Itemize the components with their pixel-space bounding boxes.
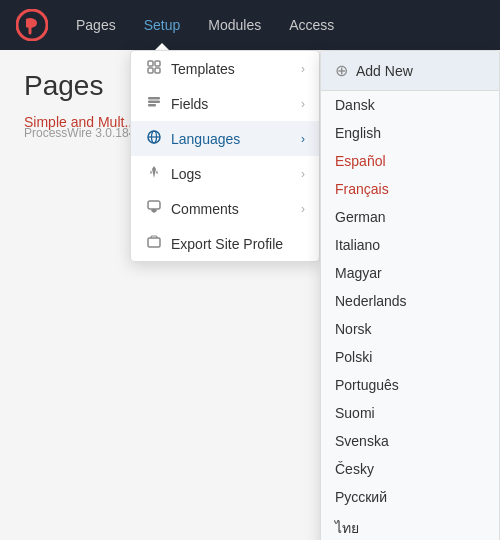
logs-icon xyxy=(145,165,163,182)
lang-german[interactable]: German xyxy=(321,203,499,231)
templates-chevron: › xyxy=(301,62,305,76)
languages-label: Languages xyxy=(171,131,240,147)
fields-label: Fields xyxy=(171,96,208,112)
logs-chevron: › xyxy=(301,167,305,181)
setup-dropdown: Templates › Fields › Languages › xyxy=(130,50,320,262)
lang-dansk[interactable]: Dansk xyxy=(321,91,499,119)
lang-italiano[interactable]: Italiano xyxy=(321,231,499,259)
svg-rect-11 xyxy=(148,201,160,209)
plus-icon: ⊕ xyxy=(335,61,348,80)
lang-russian[interactable]: Русский xyxy=(321,483,499,511)
processwire-logo xyxy=(16,9,48,41)
lang-espanol[interactable]: Español xyxy=(321,147,499,175)
nav-items: Pages Setup Modules Access xyxy=(64,11,346,39)
svg-rect-7 xyxy=(148,104,156,107)
lang-norsk[interactable]: Norsk xyxy=(321,315,499,343)
svg-rect-5 xyxy=(148,97,160,100)
export-icon xyxy=(145,235,163,252)
svg-rect-1 xyxy=(148,61,153,66)
svg-rect-12 xyxy=(148,238,160,247)
dropdown-fields[interactable]: Fields › xyxy=(131,86,319,121)
lang-suomi[interactable]: Suomi xyxy=(321,399,499,427)
svg-rect-2 xyxy=(155,61,160,66)
dropdown-export-site-profile[interactable]: Export Site Profile xyxy=(131,226,319,261)
templates-icon xyxy=(145,60,163,77)
fields-icon xyxy=(145,95,163,112)
fields-chevron: › xyxy=(301,97,305,111)
lang-thai[interactable]: ไทย xyxy=(321,511,499,540)
dropdown-templates[interactable]: Templates › xyxy=(131,51,319,86)
languages-submenu: ⊕ Add New Dansk English Español Français… xyxy=(320,50,500,540)
comments-chevron: › xyxy=(301,202,305,216)
lang-magyar[interactable]: Magyar xyxy=(321,259,499,287)
templates-label: Templates xyxy=(171,61,235,77)
nav-pages[interactable]: Pages xyxy=(64,11,128,39)
nav-setup[interactable]: Setup xyxy=(132,11,193,39)
navbar: Pages Setup Modules Access xyxy=(0,0,500,50)
add-new-label: Add New xyxy=(356,63,413,79)
nav-access[interactable]: Access xyxy=(277,11,346,39)
nav-modules[interactable]: Modules xyxy=(196,11,273,39)
svg-rect-4 xyxy=(155,68,160,73)
lang-portugues[interactable]: Português xyxy=(321,371,499,399)
dropdown-comments[interactable]: Comments › xyxy=(131,191,319,226)
languages-icon xyxy=(145,130,163,147)
lang-polski[interactable]: Polski xyxy=(321,343,499,371)
dropdown-logs[interactable]: Logs › xyxy=(131,156,319,191)
lang-svenska[interactable]: Svenska xyxy=(321,427,499,455)
export-label: Export Site Profile xyxy=(171,236,283,252)
add-new-language-button[interactable]: ⊕ Add New xyxy=(321,51,499,91)
languages-chevron: › xyxy=(301,132,305,146)
dropdown-languages[interactable]: Languages › xyxy=(131,121,319,156)
lang-english[interactable]: English xyxy=(321,119,499,147)
lang-francais[interactable]: Français xyxy=(321,175,499,203)
logs-label: Logs xyxy=(171,166,201,182)
lang-cesky[interactable]: Česky xyxy=(321,455,499,483)
comments-icon xyxy=(145,200,163,217)
svg-rect-6 xyxy=(148,101,160,104)
comments-label: Comments xyxy=(171,201,239,217)
svg-rect-3 xyxy=(148,68,153,73)
lang-nederlands[interactable]: Nederlands xyxy=(321,287,499,315)
